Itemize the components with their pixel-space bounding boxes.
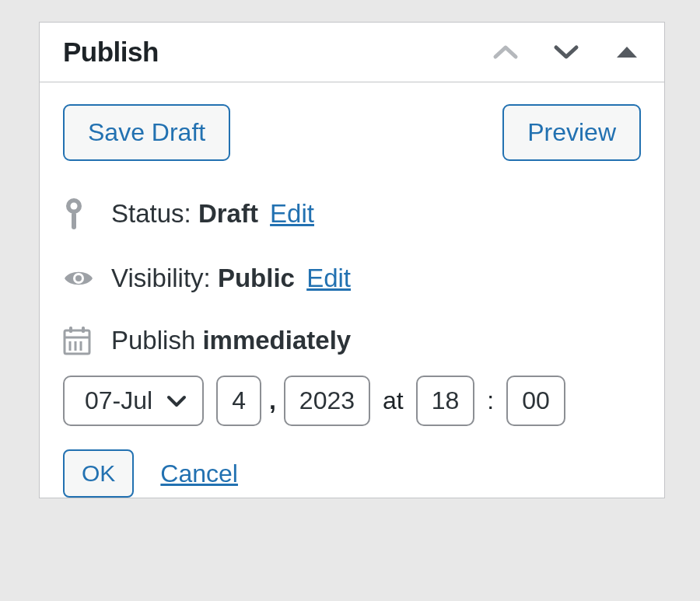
publish-prefix: Publish	[111, 326, 195, 355]
panel-move-up-button[interactable]	[492, 38, 520, 66]
publish-panel: Publish Save Draft Preview	[39, 22, 665, 498]
preview-button[interactable]: Preview	[502, 104, 641, 161]
ok-button[interactable]: OK	[63, 449, 134, 498]
panel-header-controls	[492, 38, 641, 66]
publish-year-input[interactable]: 2023	[284, 376, 370, 426]
publish-month-select[interactable]: 07-Jul	[63, 376, 204, 426]
panel-body: Save Draft Preview Status: Draft Edit	[40, 82, 664, 498]
status-text: Status: Draft Edit	[111, 199, 314, 229]
schedule-row: 07-Jul 4 , 2023 at 18 : 00	[63, 376, 641, 426]
svg-point-2	[71, 203, 78, 210]
at-text: at	[383, 386, 404, 415]
publish-hour-input[interactable]: 18	[416, 376, 475, 426]
visibility-edit-link[interactable]: Edit	[306, 264, 351, 292]
status-label: Status:	[111, 199, 191, 228]
visibility-value: Public	[218, 264, 295, 292]
svg-rect-9	[82, 327, 85, 333]
status-edit-link[interactable]: Edit	[270, 199, 314, 228]
panel-header: Publish	[40, 23, 664, 82]
eye-icon	[63, 267, 96, 289]
cancel-link[interactable]: Cancel	[160, 459, 238, 488]
svg-marker-0	[617, 47, 637, 58]
svg-rect-6	[65, 330, 89, 354]
publish-when-text: Publish immediately	[111, 326, 351, 355]
confirm-row: OK Cancel	[63, 449, 641, 498]
visibility-row: Visibility: Public Edit	[63, 264, 641, 293]
chevron-down-icon	[166, 395, 187, 407]
chevron-down-icon	[553, 44, 579, 61]
chevron-up-icon	[492, 44, 519, 61]
publish-month-value: 07-Jul	[85, 386, 152, 415]
key-icon	[63, 197, 96, 231]
status-value: Draft	[198, 199, 258, 228]
svg-rect-3	[72, 212, 76, 229]
panel-title: Publish	[63, 37, 159, 68]
panel-collapse-toggle[interactable]	[613, 38, 641, 66]
publish-minute-input[interactable]: 00	[506, 376, 565, 426]
svg-point-5	[75, 275, 82, 281]
time-colon: :	[487, 386, 494, 415]
draft-preview-row: Save Draft Preview	[63, 104, 641, 161]
visibility-label: Visibility:	[111, 264, 211, 292]
save-draft-button[interactable]: Save Draft	[63, 104, 230, 161]
calendar-icon	[63, 326, 96, 355]
publish-when: immediately	[202, 326, 351, 355]
visibility-text: Visibility: Public Edit	[111, 264, 351, 293]
status-row: Status: Draft Edit	[63, 197, 641, 231]
svg-rect-8	[69, 327, 72, 333]
date-comma: ,	[269, 386, 276, 415]
panel-move-down-button[interactable]	[552, 38, 580, 66]
publish-when-row: Publish immediately	[63, 326, 641, 355]
caret-up-icon	[615, 45, 639, 59]
publish-day-input[interactable]: 4	[216, 376, 261, 426]
